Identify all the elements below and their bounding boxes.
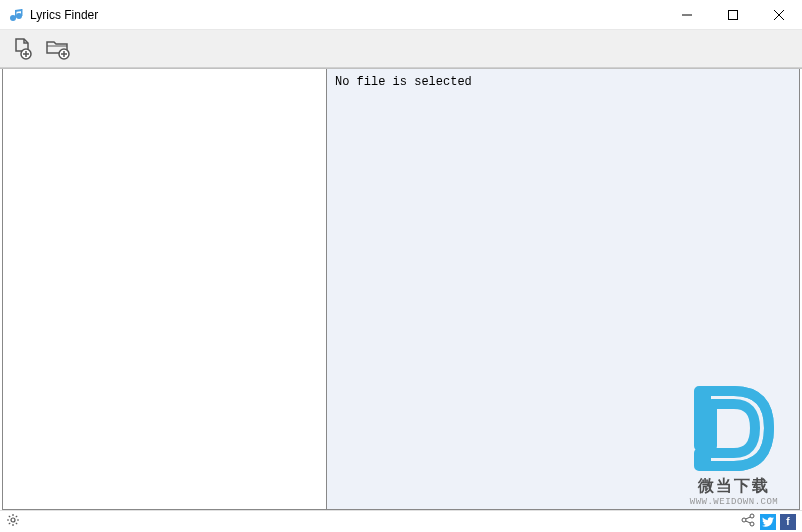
svg-line-28: [746, 517, 751, 519]
lyrics-panel: No file is selected 微当下载 WWW.WEIDOWN.COM: [327, 69, 800, 510]
titlebar-left: Lyrics Finder: [0, 7, 98, 23]
close-button[interactable]: [756, 0, 802, 29]
svg-line-29: [746, 521, 751, 523]
svg-rect-14: [697, 389, 711, 449]
watermark-text-1: 微当下载: [679, 476, 789, 497]
svg-rect-15: [697, 454, 711, 468]
watermark-logo-icon: [679, 381, 789, 476]
add-file-button[interactable]: [6, 34, 38, 64]
titlebar: Lyrics Finder: [0, 0, 802, 30]
svg-line-21: [9, 516, 10, 517]
twitter-icon[interactable]: [760, 514, 776, 530]
toolbar: [0, 30, 802, 68]
maximize-button[interactable]: [710, 0, 756, 29]
svg-point-25: [742, 518, 746, 522]
settings-icon[interactable]: [6, 513, 20, 530]
svg-point-16: [11, 518, 15, 522]
minimize-button[interactable]: [664, 0, 710, 29]
svg-line-23: [9, 523, 10, 524]
svg-rect-5: [729, 10, 738, 19]
app-icon: [8, 7, 24, 23]
statusbar: f: [0, 510, 802, 532]
share-icon[interactable]: [740, 512, 756, 531]
svg-point-27: [750, 522, 754, 526]
main-content: No file is selected 微当下载 WWW.WEIDOWN.COM: [0, 68, 802, 510]
file-list-panel[interactable]: [2, 69, 327, 510]
window-controls: [664, 0, 802, 29]
watermark-text-2: WWW.WEIDOWN.COM: [679, 497, 789, 507]
app-title: Lyrics Finder: [30, 8, 98, 22]
svg-point-26: [750, 514, 754, 518]
statusbar-left: [6, 513, 20, 530]
facebook-icon[interactable]: f: [780, 514, 796, 530]
add-folder-button[interactable]: [42, 34, 74, 64]
svg-line-22: [16, 523, 17, 524]
empty-message: No file is selected: [335, 75, 472, 89]
statusbar-right: f: [740, 512, 796, 531]
svg-line-24: [16, 516, 17, 517]
watermark: 微当下载 WWW.WEIDOWN.COM: [679, 381, 789, 507]
